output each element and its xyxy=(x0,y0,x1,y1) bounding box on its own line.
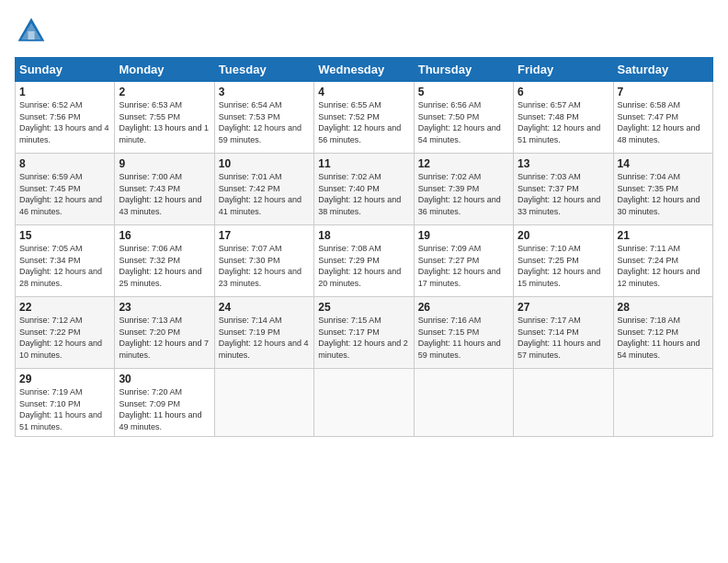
calendar-cell xyxy=(414,369,513,437)
day-info: Sunrise: 7:16 AMSunset: 7:15 PMDaylight:… xyxy=(418,316,501,360)
calendar-cell xyxy=(514,369,613,437)
calendar-cell: 27 Sunrise: 7:17 AMSunset: 7:14 PMDaylig… xyxy=(514,297,613,369)
day-info: Sunrise: 7:18 AMSunset: 7:12 PMDaylight:… xyxy=(618,316,700,360)
day-number: 9 xyxy=(119,157,210,170)
calendar-cell: 14 Sunrise: 7:04 AMSunset: 7:35 PMDaylig… xyxy=(613,154,712,225)
day-info: Sunrise: 6:57 AMSunset: 7:48 PMDaylight:… xyxy=(518,100,600,144)
calendar-cell: 12 Sunrise: 7:02 AMSunset: 7:39 PMDaylig… xyxy=(414,154,513,225)
day-info: Sunrise: 7:14 AMSunset: 7:19 PMDaylight:… xyxy=(219,316,309,360)
calendar-cell: 24 Sunrise: 7:14 AMSunset: 7:19 PMDaylig… xyxy=(214,297,313,369)
weekday-header: Thursday xyxy=(414,58,513,82)
calendar-cell: 15 Sunrise: 7:05 AMSunset: 7:34 PMDaylig… xyxy=(16,225,115,297)
day-info: Sunrise: 7:03 AMSunset: 7:37 PMDaylight:… xyxy=(518,172,600,216)
weekday-header: Saturday xyxy=(613,58,712,82)
calendar-cell: 19 Sunrise: 7:09 AMSunset: 7:27 PMDaylig… xyxy=(414,225,513,297)
day-number: 17 xyxy=(219,229,310,242)
day-number: 3 xyxy=(219,86,310,98)
calendar-cell: 20 Sunrise: 7:10 AMSunset: 7:25 PMDaylig… xyxy=(514,225,613,297)
page-container: SundayMondayTuesdayWednesdayThursdayFrid… xyxy=(0,0,728,446)
day-info: Sunrise: 7:11 AMSunset: 7:24 PMDaylight:… xyxy=(618,244,700,288)
calendar-cell: 3 Sunrise: 6:54 AMSunset: 7:53 PMDayligh… xyxy=(214,82,313,154)
calendar-cell: 8 Sunrise: 6:59 AMSunset: 7:45 PMDayligh… xyxy=(16,154,115,225)
calendar-cell: 1 Sunrise: 6:52 AMSunset: 7:56 PMDayligh… xyxy=(16,82,115,154)
calendar-cell: 26 Sunrise: 7:16 AMSunset: 7:15 PMDaylig… xyxy=(414,297,513,369)
header xyxy=(15,15,713,48)
calendar-cell xyxy=(214,369,313,437)
day-info: Sunrise: 6:53 AMSunset: 7:55 PMDaylight:… xyxy=(119,100,209,144)
calendar-cell: 30 Sunrise: 7:20 AMSunset: 7:09 PMDaylig… xyxy=(115,369,214,437)
calendar-cell: 6 Sunrise: 6:57 AMSunset: 7:48 PMDayligh… xyxy=(514,82,613,154)
day-info: Sunrise: 6:55 AMSunset: 7:52 PMDaylight:… xyxy=(318,100,401,144)
weekday-header: Friday xyxy=(514,58,613,82)
day-info: Sunrise: 7:15 AMSunset: 7:17 PMDaylight:… xyxy=(318,316,408,360)
day-number: 6 xyxy=(518,86,609,98)
day-number: 12 xyxy=(418,157,509,170)
day-info: Sunrise: 7:02 AMSunset: 7:39 PMDaylight:… xyxy=(418,172,501,216)
day-info: Sunrise: 7:09 AMSunset: 7:27 PMDaylight:… xyxy=(418,244,501,288)
calendar-cell: 7 Sunrise: 6:58 AMSunset: 7:47 PMDayligh… xyxy=(613,82,712,154)
calendar-cell: 18 Sunrise: 7:08 AMSunset: 7:29 PMDaylig… xyxy=(314,225,414,297)
day-number: 15 xyxy=(19,229,110,242)
day-info: Sunrise: 7:06 AMSunset: 7:32 PMDaylight:… xyxy=(119,244,201,288)
weekday-header: Sunday xyxy=(16,58,115,82)
day-number: 4 xyxy=(318,86,409,98)
day-info: Sunrise: 7:07 AMSunset: 7:30 PMDaylight:… xyxy=(219,244,301,288)
day-info: Sunrise: 6:56 AMSunset: 7:50 PMDaylight:… xyxy=(418,100,501,144)
calendar-cell: 17 Sunrise: 7:07 AMSunset: 7:30 PMDaylig… xyxy=(214,225,313,297)
calendar-cell: 2 Sunrise: 6:53 AMSunset: 7:55 PMDayligh… xyxy=(115,82,214,154)
weekday-header: Tuesday xyxy=(214,58,313,82)
logo-icon xyxy=(15,15,48,48)
day-number: 29 xyxy=(19,373,110,385)
svg-rect-2 xyxy=(28,31,34,40)
day-number: 23 xyxy=(119,301,210,314)
day-number: 18 xyxy=(318,229,409,242)
calendar-cell xyxy=(613,369,712,437)
day-number: 22 xyxy=(19,301,110,314)
day-info: Sunrise: 7:17 AMSunset: 7:14 PMDaylight:… xyxy=(518,316,600,360)
day-info: Sunrise: 7:20 AMSunset: 7:09 PMDaylight:… xyxy=(119,387,201,431)
day-number: 8 xyxy=(19,157,110,170)
day-info: Sunrise: 7:08 AMSunset: 7:29 PMDaylight:… xyxy=(318,244,401,288)
day-number: 25 xyxy=(318,301,409,314)
day-number: 10 xyxy=(219,157,310,170)
day-number: 5 xyxy=(418,86,509,98)
calendar-cell: 4 Sunrise: 6:55 AMSunset: 7:52 PMDayligh… xyxy=(314,82,414,154)
day-number: 19 xyxy=(418,229,509,242)
day-info: Sunrise: 7:02 AMSunset: 7:40 PMDaylight:… xyxy=(318,172,401,216)
weekday-header: Wednesday xyxy=(314,58,414,82)
calendar-table: SundayMondayTuesdayWednesdayThursdayFrid… xyxy=(15,57,713,437)
day-number: 1 xyxy=(19,86,110,98)
calendar-cell: 29 Sunrise: 7:19 AMSunset: 7:10 PMDaylig… xyxy=(16,369,115,437)
day-number: 20 xyxy=(518,229,609,242)
day-number: 27 xyxy=(518,301,609,314)
calendar-cell: 10 Sunrise: 7:01 AMSunset: 7:42 PMDaylig… xyxy=(214,154,313,225)
calendar-cell: 5 Sunrise: 6:56 AMSunset: 7:50 PMDayligh… xyxy=(414,82,513,154)
calendar-body: 1 Sunrise: 6:52 AMSunset: 7:56 PMDayligh… xyxy=(16,82,713,437)
day-number: 28 xyxy=(618,301,709,314)
calendar-cell: 23 Sunrise: 7:13 AMSunset: 7:20 PMDaylig… xyxy=(115,297,214,369)
calendar-cell: 11 Sunrise: 7:02 AMSunset: 7:40 PMDaylig… xyxy=(314,154,414,225)
calendar-cell: 9 Sunrise: 7:00 AMSunset: 7:43 PMDayligh… xyxy=(115,154,214,225)
day-number: 11 xyxy=(318,157,409,170)
day-info: Sunrise: 7:10 AMSunset: 7:25 PMDaylight:… xyxy=(518,244,600,288)
day-number: 7 xyxy=(618,86,709,98)
day-number: 16 xyxy=(119,229,210,242)
day-info: Sunrise: 6:58 AMSunset: 7:47 PMDaylight:… xyxy=(618,100,700,144)
day-number: 2 xyxy=(119,86,210,98)
day-number: 26 xyxy=(418,301,509,314)
day-info: Sunrise: 7:12 AMSunset: 7:22 PMDaylight:… xyxy=(19,316,102,360)
calendar-cell: 16 Sunrise: 7:06 AMSunset: 7:32 PMDaylig… xyxy=(115,225,214,297)
calendar-header-row: SundayMondayTuesdayWednesdayThursdayFrid… xyxy=(16,58,713,82)
day-info: Sunrise: 7:05 AMSunset: 7:34 PMDaylight:… xyxy=(19,244,102,288)
day-info: Sunrise: 7:19 AMSunset: 7:10 PMDaylight:… xyxy=(19,387,102,431)
day-info: Sunrise: 6:54 AMSunset: 7:53 PMDaylight:… xyxy=(219,100,301,144)
weekday-header: Monday xyxy=(115,58,214,82)
logo xyxy=(15,15,53,48)
day-info: Sunrise: 7:13 AMSunset: 7:20 PMDaylight:… xyxy=(119,316,209,360)
day-number: 21 xyxy=(618,229,709,242)
day-number: 14 xyxy=(618,157,709,170)
calendar-cell: 22 Sunrise: 7:12 AMSunset: 7:22 PMDaylig… xyxy=(16,297,115,369)
calendar-cell: 13 Sunrise: 7:03 AMSunset: 7:37 PMDaylig… xyxy=(514,154,613,225)
day-info: Sunrise: 6:52 AMSunset: 7:56 PMDaylight:… xyxy=(19,100,109,144)
calendar-cell xyxy=(314,369,414,437)
